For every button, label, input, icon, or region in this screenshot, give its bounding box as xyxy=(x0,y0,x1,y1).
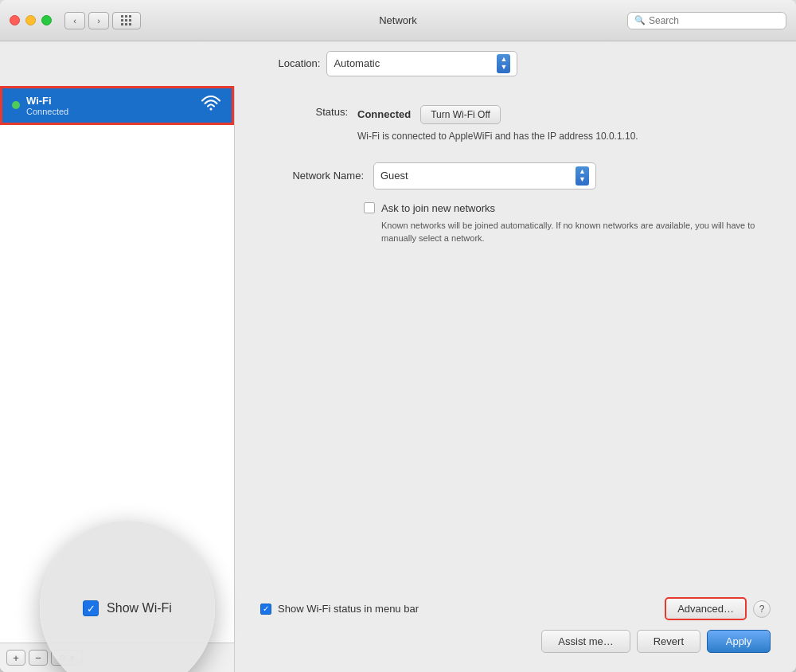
ask-join-checkbox[interactable] xyxy=(364,202,375,213)
minimize-button[interactable] xyxy=(25,15,36,25)
close-button[interactable] xyxy=(10,15,20,25)
svg-point-0 xyxy=(210,108,213,111)
assist-me-button[interactable]: Assist me… xyxy=(541,630,630,653)
sidebar-item-info: Wi-Fi Connected xyxy=(26,95,193,116)
status-row: Status: Connected Turn Wi-Fi Off Wi-Fi i… xyxy=(260,105,771,143)
search-icon: 🔍 xyxy=(634,15,646,25)
sidebar-item-name: Wi-Fi xyxy=(26,95,193,107)
sidebar: Wi-Fi Connected xyxy=(0,86,235,672)
grid-icon xyxy=(121,15,132,26)
maximize-button[interactable] xyxy=(41,15,52,25)
network-name-select[interactable]: Guest ▲ ▼ xyxy=(373,162,596,189)
location-select-arrows: ▲ ▼ xyxy=(497,54,510,73)
action-buttons: Assist me… Revert Apply xyxy=(260,630,771,653)
status-content: Connected Turn Wi-Fi Off Wi-Fi is connec… xyxy=(357,105,771,143)
wifi-icon xyxy=(200,95,222,115)
show-wifi-label: Show Wi-Fi status in menu bar xyxy=(278,603,419,615)
remove-network-button[interactable]: − xyxy=(29,650,48,666)
ask-join-label: Ask to join new networks xyxy=(381,202,495,214)
location-bar: Location: Automatic ▲ ▼ xyxy=(0,41,796,86)
gear-menu-button[interactable]: ⚙ ▾ xyxy=(51,650,83,666)
back-button[interactable]: ‹ xyxy=(64,12,85,29)
sidebar-list: Wi-Fi Connected xyxy=(0,86,234,643)
status-description: Wi-Fi is connected to AppleWiFi and has … xyxy=(357,129,771,143)
grid-view-button[interactable] xyxy=(112,12,141,29)
main-window: ‹ › Network 🔍 Location: Automatic ▲ ▼ xyxy=(0,0,796,672)
ask-join-description: Known networks will be joined automatica… xyxy=(381,219,771,245)
ask-join-row: Ask to join new networks xyxy=(364,202,771,214)
sidebar-footer: + − ⚙ ▾ xyxy=(0,643,234,672)
help-button[interactable]: ? xyxy=(753,600,771,618)
show-wifi-row: ✓ Show Wi-Fi status in menu bar Advanced… xyxy=(260,597,771,620)
sidebar-item-wifi[interactable]: Wi-Fi Connected xyxy=(0,86,234,125)
location-label: Location: xyxy=(279,57,321,69)
show-wifi-checkbox[interactable]: ✓ xyxy=(260,604,271,615)
search-box[interactable]: 🔍 xyxy=(627,12,786,29)
bottom-bar: ✓ Show Wi-Fi status in menu bar Advanced… xyxy=(260,584,771,653)
traffic-lights xyxy=(10,15,52,25)
location-value: Automatic xyxy=(334,57,492,69)
checkbox-section: Ask to join new networks Known networks … xyxy=(364,202,771,245)
status-label: Status: xyxy=(260,105,348,118)
wifi-status-dot xyxy=(12,101,20,109)
window-title: Network xyxy=(379,14,417,26)
right-panel: Status: Connected Turn Wi-Fi Off Wi-Fi i… xyxy=(235,86,796,672)
status-connected-text: Connected xyxy=(357,108,411,120)
network-name-row: Network Name: Guest ▲ ▼ xyxy=(260,162,771,189)
apply-button[interactable]: Apply xyxy=(707,630,771,653)
network-select-arrows: ▲ ▼ xyxy=(576,166,589,186)
revert-button[interactable]: Revert xyxy=(637,630,700,653)
nav-buttons: ‹ › xyxy=(64,12,109,29)
status-row-top: Connected Turn Wi-Fi Off xyxy=(357,105,771,124)
forward-button[interactable]: › xyxy=(88,12,109,29)
network-name-value: Guest xyxy=(380,170,571,182)
main-content: Wi-Fi Connected xyxy=(0,86,796,672)
network-name-label: Network Name: xyxy=(260,170,364,182)
location-select[interactable]: Automatic ▲ ▼ xyxy=(326,51,517,76)
search-input[interactable] xyxy=(649,15,779,26)
turn-wifi-button[interactable]: Turn Wi-Fi Off xyxy=(420,105,501,124)
sidebar-item-status: Connected xyxy=(26,107,193,116)
title-bar: ‹ › Network 🔍 xyxy=(0,0,796,41)
checkmark-icon: ✓ xyxy=(263,605,269,613)
add-network-button[interactable]: + xyxy=(6,650,25,666)
advanced-button[interactable]: Advanced… xyxy=(665,597,747,620)
